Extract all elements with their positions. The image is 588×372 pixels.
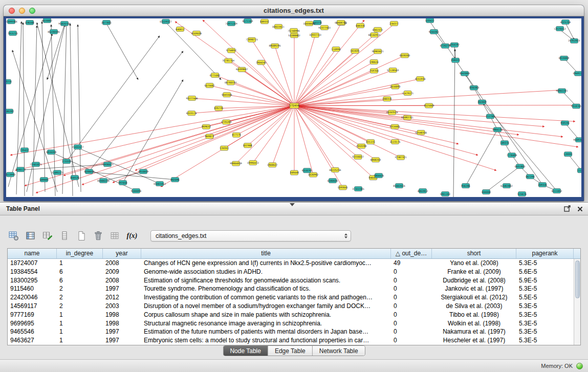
column-header-name[interactable]: name bbox=[8, 249, 57, 258]
graph-node[interactable]: 0561572 bbox=[373, 27, 383, 32]
graph-node[interactable]: 37387321 bbox=[395, 155, 406, 160]
scrollbar-thumb[interactable] bbox=[575, 260, 580, 298]
graph-node[interactable]: 00622611 bbox=[272, 24, 284, 29]
graph-node[interactable]: 62082882 bbox=[500, 184, 512, 188]
graph-node[interactable]: 6868203 bbox=[371, 158, 381, 162]
graph-node[interactable]: 5754857 bbox=[226, 48, 237, 53]
graph-node[interactable]: 00225256 bbox=[329, 167, 341, 172]
graph-node[interactable]: 831231 bbox=[366, 140, 375, 144]
graph-node[interactable]: 21432477 bbox=[72, 145, 83, 149]
graph-node[interactable]: 183214 bbox=[6, 79, 12, 84]
graph-node[interactable]: 9244361 bbox=[429, 29, 440, 34]
graph-node[interactable]: 37322385 bbox=[352, 187, 364, 191]
graph-node[interactable]: 92377583 bbox=[318, 25, 330, 30]
graph-node[interactable]: 349449 bbox=[290, 170, 299, 175]
graph-node[interactable]: 1626962 bbox=[308, 172, 319, 177]
graph-node[interactable]: 8111052 bbox=[552, 189, 562, 193]
graph-node[interactable]: 32937743 bbox=[309, 33, 321, 37]
function-builder-icon[interactable]: f(x) bbox=[125, 229, 139, 243]
graph-node[interactable]: 134341 bbox=[220, 146, 229, 150]
graph-node[interactable]: 735437 bbox=[20, 148, 29, 152]
graph-node[interactable]: 2314465 bbox=[389, 124, 400, 129]
graph-node[interactable]: 0109036 bbox=[191, 31, 202, 35]
tab-network-table[interactable]: Network Table bbox=[313, 346, 365, 356]
graph-node[interactable]: 7064426 bbox=[374, 173, 384, 178]
graph-node[interactable]: 90842281 bbox=[556, 89, 568, 93]
graph-node[interactable]: 2016893 bbox=[390, 84, 401, 89]
graph-node[interactable]: 161635 bbox=[351, 49, 360, 53]
graph-node[interactable]: 5901202 bbox=[440, 192, 451, 196]
graph-node[interactable]: 689332 bbox=[260, 19, 269, 24]
graph-node[interactable]: 68142913 bbox=[368, 33, 380, 37]
graph-node[interactable]: 7915731 bbox=[8, 31, 18, 35]
graph-node[interactable]: 9100094 bbox=[131, 189, 142, 193]
graph-node[interactable]: 835735 bbox=[214, 106, 224, 111]
table-row[interactable]: 1456911722003Disruption of a novel membe… bbox=[8, 302, 574, 311]
graph-node[interactable]: 9151934 bbox=[415, 77, 426, 81]
graph-node[interactable]: 969633 bbox=[202, 124, 211, 129]
close-panel-icon[interactable] bbox=[577, 205, 583, 214]
table-row[interactable]: 1872400712008Changes of HCN gene express… bbox=[8, 259, 574, 268]
graph-node[interactable]: 64399847 bbox=[236, 67, 248, 72]
show-columns-icon[interactable] bbox=[24, 229, 37, 243]
graph-node[interactable]: 77898715 bbox=[246, 37, 257, 42]
graph-node[interactable]: 111342 bbox=[577, 168, 581, 173]
row-options-icon[interactable] bbox=[58, 229, 71, 243]
column-header-pagerank[interactable]: pagerank bbox=[516, 249, 574, 258]
graph-node[interactable]: 273335 bbox=[62, 159, 71, 164]
float-panel-icon[interactable] bbox=[564, 205, 571, 214]
import-table-icon[interactable] bbox=[108, 229, 122, 243]
graph-node[interactable]: 837988 bbox=[243, 143, 252, 148]
graph-node[interactable]: 6616687 bbox=[42, 18, 53, 23]
graph-node[interactable]: 189370 bbox=[500, 141, 509, 145]
graph-node[interactable]: 302809 bbox=[477, 100, 487, 104]
graph-node[interactable]: 9043066 bbox=[460, 71, 470, 76]
graph-node[interactable]: 4123175 bbox=[390, 139, 401, 144]
column-header-in_degree[interactable]: in_degree bbox=[57, 249, 103, 258]
graph-node[interactable]: 95820700 bbox=[58, 21, 70, 26]
graph-node[interactable]: 515676 bbox=[517, 192, 527, 196]
tab-edge-table[interactable]: Edge Table bbox=[268, 346, 313, 356]
graph-node[interactable]: 0771082 bbox=[210, 73, 221, 77]
graph-node[interactable]: 2030174 bbox=[15, 167, 26, 172]
graph-node[interactable]: 5645506 bbox=[222, 93, 232, 97]
graph-node[interactable]: 5075687 bbox=[204, 83, 215, 88]
graph-node[interactable]: 4062812 bbox=[418, 189, 428, 193]
graph-node[interactable]: 006320 bbox=[356, 23, 365, 28]
graph-node[interactable]: 246283 bbox=[6, 109, 14, 114]
graph-node[interactable]: 4325704 bbox=[560, 19, 571, 24]
graph-node[interactable]: 9318701 bbox=[571, 104, 581, 108]
graph-node[interactable]: 24352815 bbox=[568, 38, 580, 43]
graph-node[interactable]: 2677831 bbox=[101, 20, 112, 25]
graph-node[interactable]: 53288882 bbox=[288, 33, 300, 38]
graph-node[interactable]: 438208 bbox=[25, 20, 34, 25]
graph-node[interactable]: 044000 bbox=[482, 190, 491, 194]
graph-node[interactable]: 212785 bbox=[486, 114, 495, 119]
graph-node[interactable]: 19990472 bbox=[247, 161, 259, 165]
graph-node[interactable]: 0949177 bbox=[573, 71, 581, 76]
graph-node[interactable]: 4354197 bbox=[449, 42, 460, 47]
graph-node[interactable]: 6323174 bbox=[186, 111, 197, 116]
graph-node[interactable]: 31556027 bbox=[352, 155, 364, 159]
graph-node[interactable]: 982096 bbox=[170, 178, 180, 182]
graph-node[interactable]: 36965621 bbox=[372, 49, 383, 54]
table-row[interactable]: 977716911998Corpus callosum shape and si… bbox=[8, 311, 574, 319]
splitter-handle[interactable] bbox=[290, 203, 295, 206]
graph-node[interactable]: 16838605 bbox=[303, 21, 315, 26]
graph-node[interactable]: 198624 bbox=[369, 59, 379, 64]
graph-node[interactable]: 75748996 bbox=[288, 28, 299, 33]
graph-node[interactable]: 129991 bbox=[563, 152, 573, 157]
graph-node[interactable]: 31095173 bbox=[51, 170, 63, 175]
graph-node[interactable]: 0180636 bbox=[328, 179, 338, 183]
graph-node[interactable]: 7904245 bbox=[256, 60, 267, 65]
graph-node[interactable]: 93277446 bbox=[186, 96, 198, 100]
graph-node[interactable]: 96093692 bbox=[573, 138, 581, 142]
window-titlebar[interactable]: citations_edges.txt bbox=[4, 5, 584, 16]
graph-node[interactable]: 13576012 bbox=[554, 26, 565, 31]
graph-node[interactable]: 397658 bbox=[118, 181, 127, 185]
table-row[interactable]: 969969511998Structural magnetic resonanc… bbox=[8, 319, 574, 328]
graph-node[interactable]: 759704 bbox=[369, 69, 379, 73]
graph-node[interactable]: 0616068 bbox=[559, 56, 570, 60]
graph-node[interactable]: 03229327 bbox=[160, 19, 171, 24]
graph-node[interactable]: 1908627 bbox=[267, 163, 278, 167]
